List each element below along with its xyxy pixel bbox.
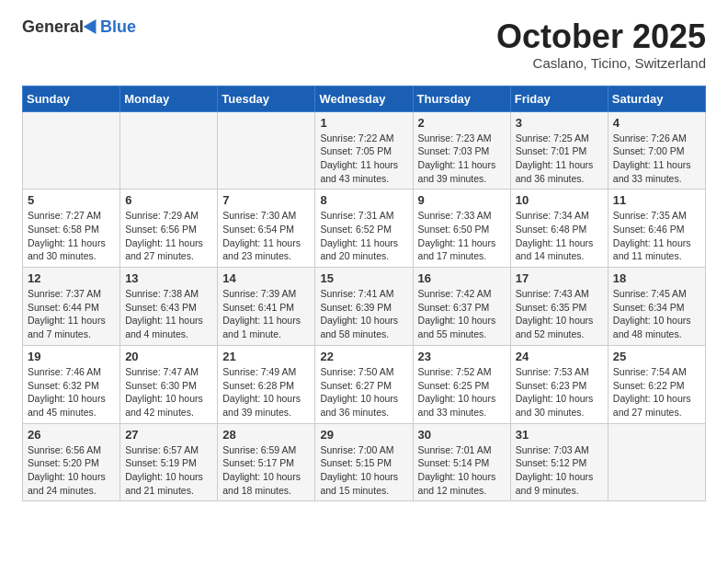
- logo: GeneralBlue: [22, 18, 136, 35]
- calendar-cell: 3Sunrise: 7:25 AM Sunset: 7:01 PM Daylig…: [510, 111, 608, 190]
- day-number: 8: [320, 193, 407, 207]
- cell-content: Sunrise: 7:37 AM Sunset: 6:44 PM Dayligh…: [28, 287, 115, 341]
- cell-content: Sunrise: 7:38 AM Sunset: 6:43 PM Dayligh…: [125, 287, 212, 341]
- calendar-cell: 17Sunrise: 7:43 AM Sunset: 6:35 PM Dayli…: [510, 268, 608, 346]
- calendar-cell: 31Sunrise: 7:03 AM Sunset: 5:12 PM Dayli…: [510, 423, 608, 501]
- cell-content: Sunrise: 7:52 AM Sunset: 6:25 PM Dayligh…: [418, 365, 506, 419]
- week-row: 5Sunrise: 7:27 AM Sunset: 6:58 PM Daylig…: [23, 190, 706, 268]
- calendar-cell: 23Sunrise: 7:52 AM Sunset: 6:25 PM Dayli…: [413, 345, 510, 423]
- cell-content: Sunrise: 7:43 AM Sunset: 6:35 PM Dayligh…: [516, 287, 603, 341]
- calendar-cell: [23, 111, 120, 190]
- calendar-cell: 19Sunrise: 7:46 AM Sunset: 6:32 PM Dayli…: [23, 345, 120, 423]
- cell-content: Sunrise: 7:41 AM Sunset: 6:39 PM Dayligh…: [320, 287, 407, 341]
- calendar-cell: 18Sunrise: 7:45 AM Sunset: 6:34 PM Dayli…: [608, 268, 705, 346]
- day-number: 27: [125, 428, 212, 442]
- day-number: 9: [418, 193, 506, 207]
- calendar-cell: 11Sunrise: 7:35 AM Sunset: 6:46 PM Dayli…: [608, 190, 705, 268]
- header-row: SundayMondayTuesdayWednesdayThursdayFrid…: [23, 86, 706, 111]
- calendar-cell: 14Sunrise: 7:39 AM Sunset: 6:41 PM Dayli…: [218, 268, 315, 346]
- day-number: 20: [125, 350, 212, 363]
- calendar-cell: 10Sunrise: 7:34 AM Sunset: 6:48 PM Dayli…: [510, 190, 608, 268]
- logo-text: GeneralBlue: [22, 18, 136, 35]
- calendar-cell: 5Sunrise: 7:27 AM Sunset: 6:58 PM Daylig…: [23, 190, 120, 268]
- calendar-cell: 4Sunrise: 7:26 AM Sunset: 7:00 PM Daylig…: [608, 111, 705, 190]
- day-number: 19: [28, 350, 115, 363]
- calendar-body: 1Sunrise: 7:22 AM Sunset: 7:05 PM Daylig…: [23, 111, 706, 501]
- day-number: 22: [320, 350, 407, 363]
- day-header-saturday: Saturday: [608, 86, 705, 111]
- day-number: 16: [418, 271, 506, 285]
- calendar-cell: 8Sunrise: 7:31 AM Sunset: 6:52 PM Daylig…: [315, 190, 413, 268]
- week-row: 19Sunrise: 7:46 AM Sunset: 6:32 PM Dayli…: [23, 345, 706, 423]
- calendar-cell: 6Sunrise: 7:29 AM Sunset: 6:56 PM Daylig…: [120, 190, 218, 268]
- logo-general-text: General: [22, 18, 84, 35]
- day-header-tuesday: Tuesday: [218, 86, 315, 111]
- day-number: 30: [418, 428, 506, 442]
- day-number: 26: [28, 428, 115, 442]
- day-number: 5: [28, 193, 115, 207]
- cell-content: Sunrise: 7:23 AM Sunset: 7:03 PM Dayligh…: [418, 132, 506, 186]
- cell-content: Sunrise: 7:27 AM Sunset: 6:58 PM Dayligh…: [28, 209, 115, 263]
- calendar-cell: 26Sunrise: 6:56 AM Sunset: 5:20 PM Dayli…: [23, 423, 120, 501]
- calendar-cell: 9Sunrise: 7:33 AM Sunset: 6:50 PM Daylig…: [413, 190, 510, 268]
- calendar-cell: 22Sunrise: 7:50 AM Sunset: 6:27 PM Dayli…: [315, 345, 413, 423]
- calendar-cell: 16Sunrise: 7:42 AM Sunset: 6:37 PM Dayli…: [413, 268, 510, 346]
- calendar-cell: 25Sunrise: 7:54 AM Sunset: 6:22 PM Dayli…: [608, 345, 705, 423]
- day-number: 14: [222, 271, 310, 285]
- cell-content: Sunrise: 7:50 AM Sunset: 6:27 PM Dayligh…: [320, 365, 407, 419]
- day-number: 2: [418, 116, 506, 130]
- title-area: October 2025 Caslano, Ticino, Switzerlan…: [496, 18, 706, 71]
- cell-content: Sunrise: 6:57 AM Sunset: 5:19 PM Dayligh…: [125, 443, 212, 498]
- cell-content: Sunrise: 7:29 AM Sunset: 6:56 PM Dayligh…: [125, 209, 212, 263]
- day-header-friday: Friday: [510, 86, 608, 111]
- cell-content: Sunrise: 7:01 AM Sunset: 5:14 PM Dayligh…: [418, 443, 506, 498]
- day-header-monday: Monday: [120, 86, 218, 111]
- day-number: 29: [320, 428, 407, 442]
- day-number: 11: [613, 193, 700, 207]
- calendar-cell: 20Sunrise: 7:47 AM Sunset: 6:30 PM Dayli…: [120, 345, 218, 423]
- cell-content: Sunrise: 7:31 AM Sunset: 6:52 PM Dayligh…: [320, 209, 407, 263]
- day-number: 28: [222, 428, 310, 442]
- calendar-cell: 29Sunrise: 7:00 AM Sunset: 5:15 PM Dayli…: [315, 423, 413, 501]
- calendar-cell: [218, 111, 315, 190]
- header: GeneralBlue October 2025 Caslano, Ticino…: [22, 18, 706, 71]
- cell-content: Sunrise: 7:25 AM Sunset: 7:01 PM Dayligh…: [516, 132, 603, 186]
- cell-content: Sunrise: 7:30 AM Sunset: 6:54 PM Dayligh…: [222, 209, 310, 263]
- cell-content: Sunrise: 7:45 AM Sunset: 6:34 PM Dayligh…: [613, 287, 700, 341]
- cell-content: Sunrise: 7:22 AM Sunset: 7:05 PM Dayligh…: [320, 132, 407, 186]
- cell-content: Sunrise: 7:33 AM Sunset: 6:50 PM Dayligh…: [418, 209, 506, 263]
- cell-content: Sunrise: 6:59 AM Sunset: 5:17 PM Dayligh…: [222, 443, 310, 498]
- cell-content: Sunrise: 6:56 AM Sunset: 5:20 PM Dayligh…: [28, 443, 115, 498]
- calendar-table: SundayMondayTuesdayWednesdayThursdayFrid…: [22, 86, 706, 502]
- calendar-cell: 21Sunrise: 7:49 AM Sunset: 6:28 PM Dayli…: [218, 345, 315, 423]
- calendar-cell: 30Sunrise: 7:01 AM Sunset: 5:14 PM Dayli…: [413, 423, 510, 501]
- cell-content: Sunrise: 7:00 AM Sunset: 5:15 PM Dayligh…: [320, 443, 407, 498]
- week-row: 1Sunrise: 7:22 AM Sunset: 7:05 PM Daylig…: [23, 111, 706, 190]
- day-header-wednesday: Wednesday: [315, 86, 413, 111]
- cell-content: Sunrise: 7:42 AM Sunset: 6:37 PM Dayligh…: [418, 287, 506, 341]
- calendar-cell: 12Sunrise: 7:37 AM Sunset: 6:44 PM Dayli…: [23, 268, 120, 346]
- day-number: 25: [613, 350, 700, 363]
- day-number: 15: [320, 271, 407, 285]
- day-number: 18: [613, 271, 700, 285]
- day-number: 23: [418, 350, 506, 363]
- cell-content: Sunrise: 7:26 AM Sunset: 7:00 PM Dayligh…: [613, 132, 700, 186]
- day-number: 4: [613, 116, 700, 130]
- calendar-cell: 28Sunrise: 6:59 AM Sunset: 5:17 PM Dayli…: [218, 423, 315, 501]
- calendar-cell: 27Sunrise: 6:57 AM Sunset: 5:19 PM Dayli…: [120, 423, 218, 501]
- cell-content: Sunrise: 7:54 AM Sunset: 6:22 PM Dayligh…: [613, 365, 700, 419]
- day-number: 21: [222, 350, 310, 363]
- calendar-cell: [120, 111, 218, 190]
- cell-content: Sunrise: 7:47 AM Sunset: 6:30 PM Dayligh…: [125, 365, 212, 419]
- calendar-cell: 24Sunrise: 7:53 AM Sunset: 6:23 PM Dayli…: [510, 345, 608, 423]
- day-number: 6: [125, 193, 212, 207]
- calendar-cell: 7Sunrise: 7:30 AM Sunset: 6:54 PM Daylig…: [218, 190, 315, 268]
- day-number: 3: [516, 116, 603, 130]
- cell-content: Sunrise: 7:46 AM Sunset: 6:32 PM Dayligh…: [28, 365, 115, 419]
- day-number: 1: [320, 116, 407, 130]
- calendar-cell: 1Sunrise: 7:22 AM Sunset: 7:05 PM Daylig…: [315, 111, 413, 190]
- calendar-cell: 15Sunrise: 7:41 AM Sunset: 6:39 PM Dayli…: [315, 268, 413, 346]
- day-header-thursday: Thursday: [413, 86, 510, 111]
- week-row: 12Sunrise: 7:37 AM Sunset: 6:44 PM Dayli…: [23, 268, 706, 346]
- calendar-cell: [608, 423, 705, 501]
